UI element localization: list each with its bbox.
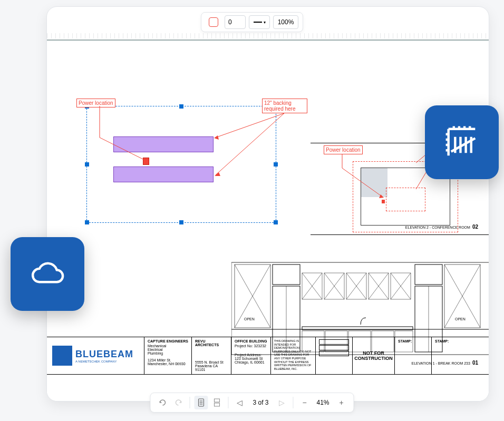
svg-text:OPEN: OPEN: [244, 317, 255, 321]
rect-tool-button[interactable]: [206, 15, 221, 29]
next-page-button[interactable]: ▷: [275, 396, 289, 409]
svg-rect-31: [415, 265, 442, 285]
undo-button[interactable]: [156, 396, 169, 409]
resize-handle[interactable]: [85, 162, 89, 167]
prev-page-button[interactable]: ◁: [232, 396, 246, 409]
inner-dash: [386, 188, 425, 211]
markup-power-marker[interactable]: [143, 158, 149, 165]
cloud-icon: [27, 254, 67, 294]
bluebeam-logo-icon: [52, 346, 72, 366]
chevron-left-icon: ◁: [237, 398, 243, 407]
power-marker: [382, 200, 385, 203]
bluebeam-logo-text: BLUEBEAM: [75, 349, 133, 360]
callout-backing[interactable]: 12" backing required here: [262, 99, 307, 113]
markup-rectangle[interactable]: [113, 136, 214, 152]
redo-button[interactable]: [171, 396, 185, 409]
line-solid-icon: [254, 22, 262, 23]
tally-grid-icon: [442, 122, 482, 162]
line-style-select[interactable]: ▾: [249, 15, 270, 29]
svg-rect-42: [214, 403, 219, 406]
elevation-2-title: ELEVATION 2 - CONFERENCE ROOM02: [405, 224, 478, 230]
resize-handle[interactable]: [274, 220, 278, 224]
chevron-down-icon: ▾: [264, 20, 266, 25]
canvas[interactable]: Power location 12" backing required here: [47, 32, 489, 401]
app-window: Power location 12" backing required here: [46, 6, 489, 402]
redo-icon: [174, 398, 182, 407]
top-toolbar: ▾ 100%: [201, 12, 303, 32]
chevron-right-icon: ▷: [279, 398, 285, 407]
title-block: BLUEBEAM A NEMETSCHEK COMPANY CAPTURE EN…: [47, 337, 489, 375]
callout-power-location-2[interactable]: Power location: [324, 145, 363, 154]
callout-power-location[interactable]: Power location: [76, 99, 115, 107]
pages-icon: [213, 398, 220, 407]
single-page-button[interactable]: [194, 396, 208, 409]
line-width-input[interactable]: [225, 15, 246, 29]
zoom-readout: 41%: [314, 399, 333, 406]
resize-handle[interactable]: [179, 104, 183, 109]
feature-badge-grid: [425, 105, 499, 179]
feature-badge-cloud: [11, 237, 84, 311]
ruler-line: [47, 40, 489, 41]
resize-handle[interactable]: [274, 162, 278, 167]
undo-icon: [158, 398, 167, 407]
page-icon: [197, 398, 205, 407]
selection-bounds[interactable]: [86, 106, 276, 223]
rectangle-icon: [209, 17, 218, 27]
svg-rect-7: [273, 265, 300, 285]
continuous-page-button[interactable]: [210, 396, 224, 409]
resize-handle[interactable]: [85, 220, 89, 224]
svg-text:OPEN: OPEN: [455, 317, 466, 321]
zoom-out-button[interactable]: −: [298, 396, 312, 409]
resize-handle[interactable]: [179, 220, 183, 224]
ruler-horizontal: [47, 33, 489, 38]
zoom-level[interactable]: 100%: [273, 15, 298, 29]
page-indicator[interactable]: 3 of 3: [248, 399, 273, 406]
bottom-toolbar: ◁ 3 of 3 ▷ − 41% +: [150, 393, 354, 413]
svg-rect-41: [214, 399, 219, 402]
markup-rectangle[interactable]: [113, 167, 214, 182]
zoom-in-button[interactable]: +: [335, 396, 348, 409]
